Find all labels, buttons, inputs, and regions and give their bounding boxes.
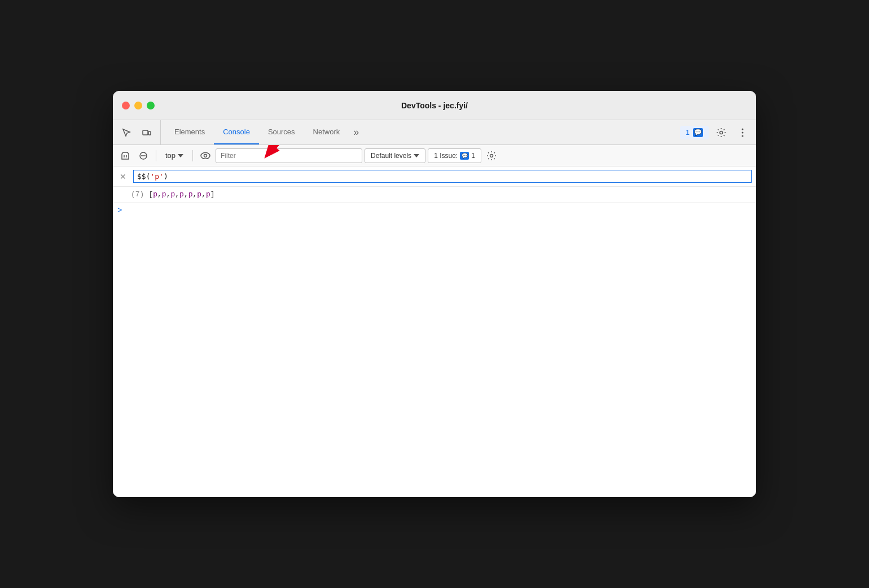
close-button[interactable]: [122, 102, 130, 109]
clear-console-button[interactable]: [117, 148, 133, 164]
main-area: Elements Console Sources Network » 1 💬: [113, 120, 756, 497]
issues-button[interactable]: 1 💬: [680, 126, 709, 139]
maximize-button[interactable]: [147, 102, 155, 109]
levels-dropdown[interactable]: Default levels: [365, 148, 425, 163]
issue-chat-icon: 💬: [460, 152, 469, 160]
console-result-row: (7) [ p, p, p, p, p, p, p ]: [113, 187, 756, 203]
console-input-row: ✕ $$('p'): [113, 166, 756, 187]
toolbar-divider-1: [156, 150, 156, 161]
svg-point-2: [720, 131, 723, 134]
prompt-chevron: >: [117, 206, 122, 215]
result-count: (7): [131, 190, 144, 199]
window-controls: [122, 102, 155, 109]
window-title: DevTools - jec.fyi/: [401, 101, 468, 110]
result-element-6: p: [197, 190, 201, 199]
inspect-icon[interactable]: [117, 124, 135, 142]
console-clear-icon[interactable]: ✕: [117, 171, 129, 182]
console-prompt-row: >: [113, 203, 756, 218]
svg-point-11: [201, 152, 210, 159]
eye-icon[interactable]: [198, 148, 213, 164]
svg-point-5: [742, 135, 744, 137]
devtools-window: DevTools - jec.fyi/ Elements: [113, 91, 756, 497]
svg-point-3: [742, 128, 744, 130]
result-element-5: p: [188, 190, 193, 199]
minimize-button[interactable]: [134, 102, 142, 109]
result-element-7: p: [206, 190, 210, 199]
more-options-icon[interactable]: [734, 124, 752, 142]
title-bar: DevTools - jec.fyi/: [113, 91, 756, 120]
settings-icon[interactable]: [712, 124, 730, 142]
svg-rect-0: [143, 130, 148, 135]
console-input[interactable]: $$('p'): [133, 170, 752, 183]
console-toolbar: top Default levels 1 Issu: [113, 145, 756, 166]
result-open-bracket: [: [148, 190, 153, 199]
tab-elements[interactable]: Elements: [165, 120, 214, 144]
more-tabs-button[interactable]: »: [349, 120, 363, 144]
result-element-2: p: [162, 190, 166, 199]
issues-count: 1: [686, 129, 690, 137]
result-close-bracket: ]: [210, 190, 215, 199]
console-settings-icon[interactable]: [484, 148, 499, 164]
tab-console[interactable]: Console: [214, 120, 259, 144]
code-dollar-sign: $$: [137, 172, 146, 181]
result-element-3: p: [170, 190, 175, 199]
code-close-paren: ): [164, 172, 168, 181]
tabs-right-controls: 1 💬: [680, 120, 756, 144]
tab-sources[interactable]: Sources: [259, 120, 304, 144]
issues-chat-icon: 💬: [693, 128, 703, 137]
issue-count-badge[interactable]: 1 Issue: 💬 1: [428, 148, 481, 163]
toolbar-icons: [117, 120, 161, 144]
result-element-1: p: [153, 190, 157, 199]
toolbar-divider-2: [192, 150, 193, 161]
code-string-value: 'p': [150, 172, 163, 181]
context-selector[interactable]: top: [161, 150, 188, 161]
tab-network[interactable]: Network: [304, 120, 349, 144]
svg-point-4: [742, 131, 744, 133]
device-toggle-icon[interactable]: [138, 124, 156, 142]
console-content: ✕ $$('p') (7) [ p, p, p, p, p, p, p ]: [113, 166, 756, 497]
svg-marker-6: [122, 152, 129, 159]
filter-input[interactable]: [216, 148, 362, 163]
result-element-4: p: [179, 190, 184, 199]
devtools-tabs-bar: Elements Console Sources Network » 1 💬: [113, 120, 756, 145]
no-entry-icon[interactable]: [135, 148, 151, 164]
svg-point-12: [204, 154, 207, 157]
svg-rect-1: [148, 131, 151, 135]
svg-point-13: [490, 154, 493, 157]
